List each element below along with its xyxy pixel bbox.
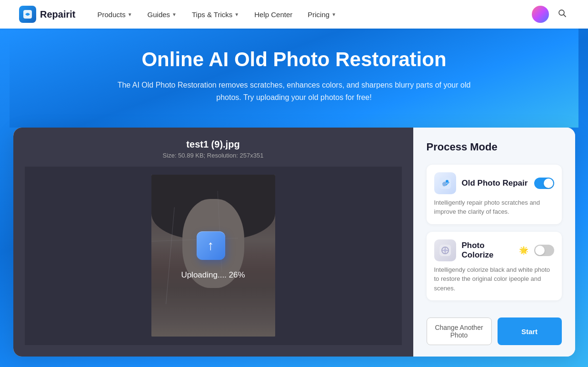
nav-tips-label: Tips & Tricks (192, 10, 232, 19)
option-repair-icon (434, 172, 456, 194)
upload-overlay: ↑ Uploading.... 26% (25, 167, 402, 346)
option-repair-header: Old Photo Repair (434, 172, 554, 194)
uploading-text: Uploading.... 26% (181, 270, 245, 280)
option-colorize-icon (434, 239, 456, 261)
svg-point-7 (444, 249, 447, 252)
cube-shape: ↑ (197, 231, 225, 260)
toggle-colorize[interactable] (534, 245, 554, 256)
file-name: test1 (9).jpg (163, 139, 264, 150)
nav-help-label: Help Center (254, 10, 292, 19)
nav-products-label: Products (97, 10, 125, 19)
process-panel: Process Mode Old Photo Repair (413, 128, 575, 357)
nav-pricing-label: Pricing (308, 10, 329, 19)
chevron-down-icon: ▼ (331, 12, 336, 17)
option-colorize-badge: 🌟 (519, 246, 528, 255)
upload-arrow-icon: ↑ (208, 238, 214, 253)
chevron-down-icon: ▼ (234, 12, 239, 17)
upload-panel: test1 (9).jpg Size: 50.89 KB; Resolution… (13, 128, 413, 357)
upload-cube-icon: ↑ (197, 231, 230, 265)
hero-subtitle: The AI Old Photo Restoration removes scr… (109, 79, 480, 103)
option-colorize: Photo Colorize 🌟 Intelligendy colorize b… (427, 232, 562, 301)
chevron-down-icon: ▼ (172, 12, 177, 17)
file-meta: Size: 50.89 KB; Resolution: 257x351 (163, 152, 264, 159)
svg-point-4 (446, 180, 448, 183)
navbar-nav: Products ▼ Guides ▼ Tips & Tricks ▼ Help… (90, 7, 532, 22)
search-icon[interactable] (556, 7, 569, 22)
option-colorize-label-row: Photo Colorize 🌟 (462, 241, 528, 260)
option-repair: Old Photo Repair Intelligently repair ph… (427, 165, 562, 224)
nav-guides[interactable]: Guides ▼ (141, 7, 183, 22)
process-title: Process Mode (427, 141, 562, 153)
toggle-repair[interactable] (534, 178, 554, 189)
change-photo-button[interactable]: Change Another Photo (427, 317, 492, 345)
option-colorize-desc: Intelligendy colorize black and white ph… (434, 265, 554, 293)
nav-help[interactable]: Help Center (248, 7, 299, 22)
hero-section: Online AI Old Photo Restoration The AI O… (10, 29, 578, 128)
hero-title: Online AI Old Photo Restoration (19, 48, 569, 71)
navbar-actions (532, 6, 569, 23)
file-info: test1 (9).jpg Size: 50.89 KB; Resolution… (163, 139, 264, 159)
toggle-repair-thumb (544, 179, 553, 188)
logo-icon (19, 6, 36, 23)
main-content: Online AI Old Photo Restoration The AI O… (0, 29, 588, 367)
process-actions: Change Another Photo Start (427, 317, 562, 345)
image-preview-area: ↑ Uploading.... 26% (25, 167, 402, 346)
logo[interactable]: Repairit (19, 6, 75, 23)
option-colorize-header: Photo Colorize 🌟 (434, 239, 554, 261)
logo-text: Repairit (40, 9, 75, 20)
option-repair-label-row: Old Photo Repair (462, 179, 528, 188)
nav-pricing[interactable]: Pricing ▼ (301, 7, 343, 22)
option-repair-label: Old Photo Repair (462, 179, 528, 188)
option-colorize-label: Photo Colorize (462, 241, 515, 260)
navbar: Repairit Products ▼ Guides ▼ Tips & Tric… (0, 0, 588, 29)
toggle-colorize-thumb (535, 246, 545, 255)
start-button[interactable]: Start (498, 317, 562, 345)
tool-container: test1 (9).jpg Size: 50.89 KB; Resolution… (13, 128, 575, 357)
nav-products[interactable]: Products ▼ (90, 7, 139, 22)
nav-tips[interactable]: Tips & Tricks ▼ (185, 7, 246, 22)
svg-line-2 (564, 14, 566, 17)
option-repair-desc: Intelligently repair photo scratches and… (434, 198, 554, 217)
chevron-down-icon: ▼ (128, 12, 132, 17)
avatar[interactable] (532, 6, 549, 23)
nav-guides-label: Guides (148, 10, 170, 19)
